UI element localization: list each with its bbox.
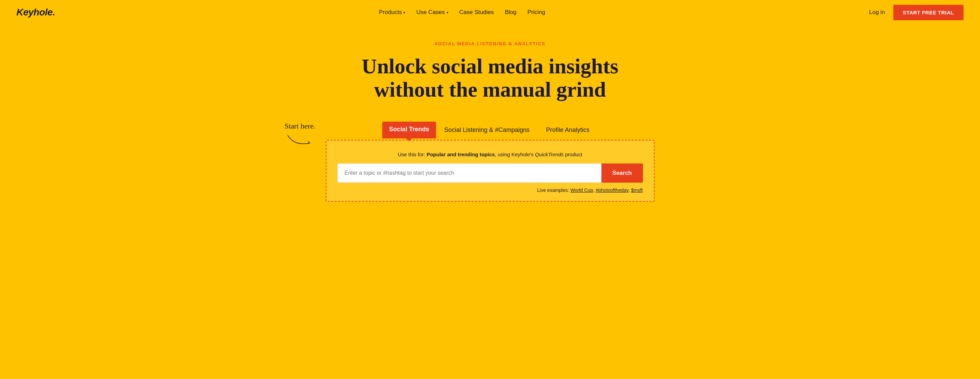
start-here-label: Start here. xyxy=(285,122,315,131)
nav-center: Products ▾ Use Cases ▾ Case Studies Blog… xyxy=(379,9,545,16)
search-button[interactable]: Search xyxy=(601,164,643,183)
navbar: Keyhole. Products ▾ Use Cases ▾ Case Stu… xyxy=(0,0,980,25)
search-examples: Live examples: World Cup, #photooftheday… xyxy=(337,188,643,193)
tab-social-trends[interactable]: Social Trends xyxy=(382,122,436,139)
example-msft[interactable]: $msft xyxy=(631,188,643,193)
nav-label-casestudies: Case Studies xyxy=(459,9,494,16)
nav-label-pricing: Pricing xyxy=(528,9,545,16)
tab-social-listening[interactable]: Social Listening & #Campaigns xyxy=(436,122,538,138)
logo[interactable]: Keyhole. xyxy=(16,7,55,18)
search-desc-bold: Popular and trending topics xyxy=(426,151,495,157)
search-desc-prefix: Use this for: xyxy=(398,151,426,157)
nav-label-blog: Blog xyxy=(505,9,517,16)
tab-profile-analytics[interactable]: Profile Analytics xyxy=(538,122,598,138)
nav-item-products[interactable]: Products ▾ xyxy=(379,9,405,16)
arrow-icon xyxy=(286,133,314,147)
search-input[interactable] xyxy=(337,164,601,183)
example-photooftheday[interactable]: #photooftheday xyxy=(596,188,628,193)
nav-right: Log in START FREE TRIAL xyxy=(869,5,964,20)
nav-item-casestudies[interactable]: Case Studies xyxy=(459,9,494,16)
search-description: Use this for: Popular and trending topic… xyxy=(337,151,643,157)
login-link[interactable]: Log in xyxy=(869,9,885,16)
hero-title-line1: Unlock social media insights xyxy=(362,54,618,78)
nav-item-blog[interactable]: Blog xyxy=(505,9,517,16)
chevron-down-icon: ▾ xyxy=(447,11,449,14)
hero-subtitle: SOCIAL MEDIA LISTENING & ANALYTICS xyxy=(434,41,545,46)
chevron-down-icon: ▾ xyxy=(404,11,405,14)
hero-title-line2: without the manual grind xyxy=(374,78,606,101)
nav-item-pricing[interactable]: Pricing xyxy=(528,9,545,16)
nav-item-usecases[interactable]: Use Cases ▾ xyxy=(416,9,448,16)
example-world-cup[interactable]: World Cup xyxy=(570,188,593,193)
search-desc-end: product xyxy=(564,151,582,157)
nav-label-products: Products xyxy=(379,9,402,16)
hero-section: SOCIAL MEDIA LISTENING & ANALYTICS Unloc… xyxy=(0,25,980,222)
hero-title: Unlock social media insights without the… xyxy=(362,54,618,101)
search-desc-suffix: , using Keyhole's xyxy=(495,151,535,157)
nav-label-usecases: Use Cases xyxy=(416,9,445,16)
tabs-section: Start here. Social Trends Social Listeni… xyxy=(326,122,655,202)
examples-prefix: Live examples: xyxy=(537,188,570,193)
search-desc-italic: QuickTrends xyxy=(535,151,564,157)
search-input-row: Search xyxy=(337,164,643,183)
start-here-annotation: Start here. xyxy=(285,122,315,148)
search-box: Use this for: Popular and trending topic… xyxy=(326,140,655,202)
tabs-row: Social Trends Social Listening & #Campai… xyxy=(382,122,598,139)
start-trial-button[interactable]: START FREE TRIAL xyxy=(893,5,964,20)
